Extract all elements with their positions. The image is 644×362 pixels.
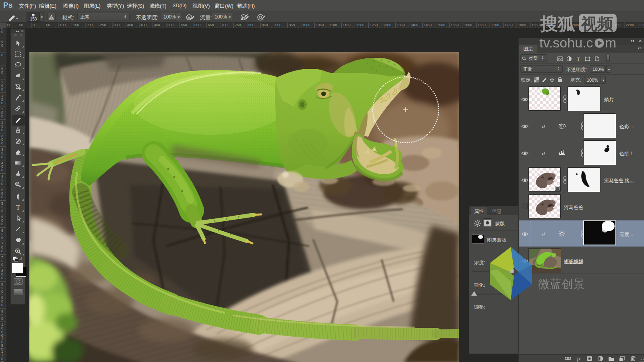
svg-text:400: 400 — [140, 23, 147, 27]
svg-text:850: 850 — [262, 23, 268, 27]
svg-text:950: 950 — [289, 23, 295, 27]
svg-text:0: 0 — [1, 236, 3, 240]
svg-text:T: T — [577, 56, 580, 62]
svg-text:0: 0 — [1, 53, 3, 57]
svg-text:200: 200 — [87, 23, 93, 27]
svg-text:600: 600 — [194, 23, 200, 27]
svg-text:0: 0 — [1, 209, 3, 213]
svg-text:0: 0 — [1, 155, 3, 159]
svg-text:0: 0 — [33, 23, 35, 27]
svg-text:0: 0 — [1, 128, 3, 132]
svg-text:800: 800 — [248, 23, 254, 27]
svg-text:1000: 1000 — [302, 23, 310, 27]
svg-text:1200: 1200 — [356, 23, 364, 27]
svg-text:0: 0 — [1, 168, 3, 172]
svg-text:0: 0 — [1, 263, 3, 267]
svg-text:搜狐: 搜狐 — [539, 14, 576, 33]
svg-text:微蓝创景: 微蓝创景 — [538, 278, 585, 290]
svg-text:1550: 1550 — [451, 23, 459, 27]
svg-text:0: 0 — [1, 360, 3, 362]
svg-text:900: 900 — [275, 23, 281, 27]
svg-text:tv.sohu.c: tv.sohu.c — [539, 35, 593, 50]
svg-text:0: 0 — [1, 87, 3, 91]
svg-text:2250: 2250 — [640, 23, 644, 27]
svg-text:750: 750 — [235, 23, 241, 27]
svg-text:0: 0 — [1, 30, 3, 34]
svg-text:50: 50 — [19, 23, 23, 27]
svg-text:0: 0 — [1, 317, 3, 321]
svg-text:350: 350 — [127, 23, 133, 27]
svg-text:0: 0 — [1, 222, 3, 226]
svg-text:1850: 1850 — [532, 23, 540, 27]
svg-text:1250: 1250 — [370, 23, 378, 27]
svg-text:m: m — [605, 35, 616, 50]
svg-text:0: 0 — [1, 141, 3, 145]
svg-text:1050: 1050 — [316, 23, 324, 27]
svg-text:150: 150 — [73, 23, 79, 27]
svg-text:0: 0 — [1, 290, 3, 294]
svg-text:fx: fx — [577, 356, 581, 362]
svg-text:0: 0 — [1, 303, 3, 307]
svg-text:T: T — [16, 204, 20, 211]
svg-text:1750: 1750 — [505, 23, 513, 27]
svg-text:0: 0 — [1, 114, 3, 118]
svg-text:1400: 1400 — [410, 23, 418, 27]
svg-text:1450: 1450 — [424, 23, 432, 27]
svg-text:0: 0 — [1, 43, 3, 47]
svg-text:0: 0 — [1, 70, 3, 74]
svg-text:0: 0 — [1, 101, 3, 105]
svg-text:500: 500 — [167, 23, 173, 27]
svg-text:1700: 1700 — [491, 23, 499, 27]
svg-text:0: 0 — [1, 276, 3, 280]
svg-text:100: 100 — [60, 23, 66, 27]
svg-text:650: 650 — [208, 23, 214, 27]
svg-text:0: 0 — [1, 182, 3, 186]
svg-text:1150: 1150 — [343, 23, 351, 27]
svg-text:1500: 1500 — [437, 23, 445, 27]
svg-text:1800: 1800 — [518, 23, 526, 27]
svg-text:0: 0 — [1, 249, 3, 253]
svg-text:1300: 1300 — [383, 23, 391, 27]
svg-text:300: 300 — [114, 23, 120, 27]
svg-text:1650: 1650 — [478, 23, 486, 27]
svg-text:1600: 1600 — [464, 23, 472, 27]
svg-text:550: 550 — [181, 23, 187, 27]
svg-text:450: 450 — [154, 23, 160, 27]
svg-text:0: 0 — [1, 195, 3, 199]
svg-text:1350: 1350 — [397, 23, 405, 27]
svg-text:50: 50 — [46, 23, 50, 27]
svg-text:1100: 1100 — [329, 23, 337, 27]
svg-text:视频: 视频 — [581, 15, 613, 33]
svg-text:700: 700 — [221, 23, 227, 27]
svg-text:250: 250 — [100, 23, 106, 27]
